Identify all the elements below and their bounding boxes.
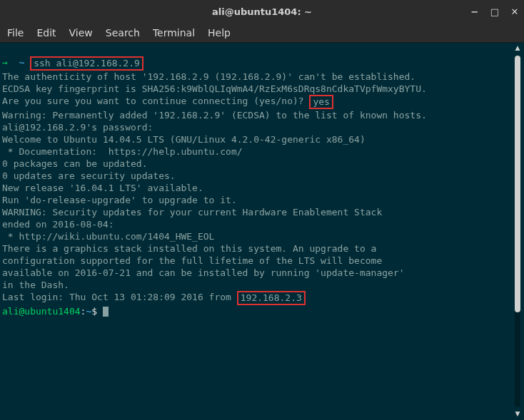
terminal-output: ended on 2016-08-04:: [0, 218, 524, 230]
terminal-output: 0 updates are security updates.: [0, 170, 524, 182]
terminal-blank-top: [0, 44, 524, 56]
maximize-button[interactable]: □: [490, 6, 500, 16]
terminal-output: There is a graphics stack installed on t…: [0, 242, 524, 255]
menubar: File Edit View Search Terminal Help: [0, 23, 524, 43]
scrollbar-thumb[interactable]: [515, 56, 520, 312]
terminal-output: New release '16.04.1 LTS' available.: [0, 182, 524, 194]
terminal-output: Are you sure you want to continue connec…: [0, 95, 524, 109]
terminal-output: ali@192.168.2.9's password:: [0, 121, 524, 133]
terminal-output: in the Dash.: [0, 279, 524, 291]
prompt-tilde: ~: [19, 57, 24, 68]
source-ip-highlight: 192.168.2.3: [237, 291, 306, 305]
terminal-output: WARNING: Security updates for your curre…: [0, 206, 524, 218]
terminal-output: The authenticity of host '192.168.2.9 (1…: [0, 71, 524, 83]
menu-terminal[interactable]: Terminal: [153, 27, 195, 39]
menu-edit[interactable]: Edit: [36, 27, 56, 39]
menu-help[interactable]: Help: [208, 27, 231, 39]
terminal-output: 0 packages can be updated.: [0, 158, 524, 170]
terminal-output: * Documentation: https://help.ubuntu.com…: [0, 145, 524, 158]
terminal-output: configuration supported for the full lif…: [0, 255, 524, 267]
terminal-output: Last login: Thu Oct 13 01:28:09 2016 fro…: [0, 291, 524, 305]
minimize-button[interactable]: −: [470, 6, 480, 16]
window-controls: − □ ✕: [470, 6, 520, 16]
scrollbar-down-arrow-icon[interactable]: ▼: [515, 410, 520, 419]
terminal-output: Warning: Permanently added '192.168.2.9'…: [0, 109, 524, 121]
window-title: ali@ubuntu1404: ~: [212, 6, 312, 17]
close-button[interactable]: ✕: [510, 6, 520, 16]
terminal-output: Run 'do-release-upgrade' to upgrade to i…: [0, 194, 524, 206]
menu-view[interactable]: View: [69, 27, 93, 39]
terminal-cursor: [103, 307, 109, 317]
menu-search[interactable]: Search: [106, 27, 140, 39]
prompt-arrow: →: [2, 57, 8, 68]
window-titlebar: ali@ubuntu1404: ~ − □ ✕: [0, 0, 524, 23]
terminal-output: Welcome to Ubuntu 14.04.5 LTS (GNU/Linux…: [0, 133, 524, 145]
terminal-output: available on 2016-07-21 and can be insta…: [0, 267, 524, 279]
scrollbar[interactable]: ▲ ▼: [515, 43, 520, 420]
prompt-line: → ~ ssh ali@192.168.2.9: [0, 56, 524, 71]
menu-file[interactable]: File: [7, 27, 24, 39]
yes-response-highlight: yes: [309, 95, 333, 109]
remote-prompt: ali@ubuntu1404:~$: [0, 305, 524, 317]
scrollbar-up-arrow-icon[interactable]: ▲: [515, 44, 520, 53]
terminal-output: * http://wiki.ubuntu.com/1404_HWE_EOL: [0, 230, 524, 242]
terminal-area[interactable]: → ~ ssh ali@192.168.2.9 The authenticity…: [0, 43, 524, 420]
ssh-command-highlight: ssh ali@192.168.2.9: [30, 56, 143, 71]
terminal-output: ECDSA key fingerprint is SHA256:k9WblQLI…: [0, 83, 524, 95]
